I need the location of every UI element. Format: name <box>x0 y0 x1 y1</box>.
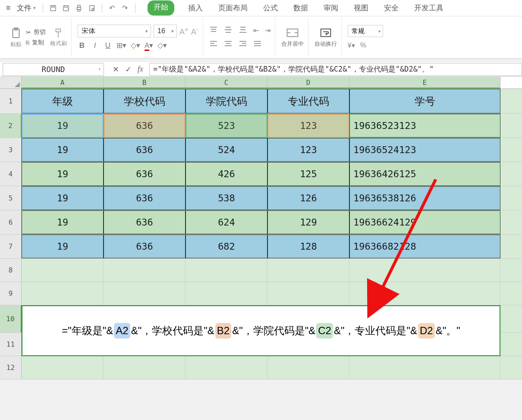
saveas-icon[interactable] <box>61 3 71 13</box>
cell[interactable] <box>267 259 349 282</box>
number-format-select[interactable]: 常规 <box>348 25 383 37</box>
cell[interactable]: 636 <box>104 138 186 162</box>
row-header[interactable]: 6 <box>0 210 22 234</box>
italic-button[interactable]: I <box>91 41 99 50</box>
cell[interactable] <box>267 356 349 379</box>
copy-button[interactable]: ⎘复制 <box>26 39 46 47</box>
select-all-corner[interactable] <box>0 77 22 88</box>
cell[interactable]: 636 <box>104 162 186 186</box>
currency-icon[interactable]: ¥▾ <box>348 41 355 50</box>
indent-increase-icon[interactable]: ⇥ <box>265 26 270 35</box>
tab-layout[interactable]: 页面布局 <box>217 0 249 16</box>
cell[interactable] <box>104 356 186 379</box>
row-header[interactable]: 12 <box>0 356 22 379</box>
indent-decrease-icon[interactable]: ⇤ <box>253 26 259 35</box>
align-right-icon[interactable] <box>239 40 247 49</box>
cell[interactable]: 学号 <box>349 89 500 113</box>
cell[interactable]: 123 <box>267 138 349 162</box>
col-header-A[interactable]: A <box>22 77 104 88</box>
file-menu[interactable]: 文件 ▾ <box>13 1 39 15</box>
row-header[interactable]: 7 <box>0 235 22 258</box>
cell[interactable]: 524 <box>186 138 267 162</box>
col-header-E[interactable]: E <box>349 77 500 88</box>
row-header[interactable]: 11 <box>0 333 22 356</box>
cell[interactable]: 19636682128 <box>349 235 500 258</box>
cell[interactable]: 523 <box>186 114 267 138</box>
cell[interactable]: 19 <box>22 186 104 210</box>
print-icon[interactable] <box>74 3 84 13</box>
cell[interactable]: 学院代码 <box>186 89 267 113</box>
row-header[interactable]: 10 <box>0 305 22 332</box>
font-size-select[interactable]: 16 <box>154 25 177 38</box>
cell[interactable]: 19 <box>22 210 104 234</box>
cell[interactable] <box>186 259 267 282</box>
align-center-icon[interactable] <box>224 40 233 49</box>
cell[interactable]: 538 <box>186 186 267 210</box>
cell[interactable] <box>104 282 186 305</box>
clear-format-button[interactable]: ◇▾ <box>157 41 167 50</box>
fx-icon[interactable]: fx <box>138 65 143 74</box>
cell[interactable]: 636 <box>104 114 186 138</box>
redo-icon[interactable]: ↷ <box>120 3 130 13</box>
cell[interactable] <box>349 282 500 305</box>
cell[interactable] <box>349 356 500 379</box>
undo-icon[interactable]: ↶ <box>107 3 117 13</box>
percent-icon[interactable]: % <box>360 41 366 50</box>
accept-formula-icon[interactable]: ✓ <box>125 65 132 74</box>
cell[interactable]: 19636524123 <box>349 138 500 162</box>
tab-view[interactable]: 视图 <box>352 0 370 16</box>
tab-review[interactable]: 审阅 <box>322 0 340 16</box>
tab-insert[interactable]: 插入 <box>186 0 204 16</box>
cut-button[interactable]: ✂剪切 <box>26 28 46 36</box>
cell[interactable]: 19636523123 <box>349 114 500 138</box>
tab-data[interactable]: 数据 <box>292 0 310 16</box>
cancel-formula-icon[interactable]: ✕ <box>113 65 119 74</box>
cell[interactable]: 636 <box>104 186 186 210</box>
row-header[interactable]: 5 <box>0 186 22 210</box>
row-header[interactable]: 1 <box>0 89 22 113</box>
name-box[interactable]: ROUND <box>3 63 104 76</box>
cell[interactable]: 125 <box>267 162 349 186</box>
wrap-text-button[interactable]: 自动换行 <box>314 27 337 48</box>
decrease-font-icon[interactable]: A- <box>191 25 198 37</box>
tab-start[interactable]: 开始 <box>148 0 174 16</box>
bold-button[interactable]: B <box>78 41 86 50</box>
cell[interactable]: 19636426125 <box>349 162 500 186</box>
cell[interactable]: 123 <box>267 114 349 138</box>
align-bottom-icon[interactable] <box>239 26 247 35</box>
cell[interactable]: 624 <box>186 210 267 234</box>
cell[interactable]: 专业代码 <box>267 89 349 113</box>
cell[interactable] <box>22 259 104 282</box>
cell[interactable]: 636 <box>104 210 186 234</box>
cell[interactable]: 636 <box>104 235 186 258</box>
cell[interactable]: 426 <box>186 162 267 186</box>
row-header[interactable]: 2 <box>0 114 22 138</box>
font-color-button[interactable]: A▾ <box>145 41 153 50</box>
print-preview-icon[interactable] <box>87 3 97 13</box>
justify-icon[interactable] <box>253 40 262 49</box>
cell[interactable] <box>104 259 186 282</box>
cell[interactable] <box>22 356 104 379</box>
cell[interactable]: 126 <box>267 186 349 210</box>
cell[interactable]: 19 <box>22 114 104 138</box>
paste-button[interactable]: 粘贴 <box>9 27 22 48</box>
formula-input[interactable]: ="年级是"&A2&"，学校代码是"&B2&"，学院代码是"&C2&"，专业代码… <box>149 63 522 76</box>
tab-formula[interactable]: 公式 <box>261 0 280 16</box>
cell[interactable] <box>22 282 104 305</box>
increase-font-icon[interactable]: A+ <box>179 25 189 37</box>
cell[interactable]: 129 <box>267 210 349 234</box>
cell[interactable]: 学校代码 <box>104 89 186 113</box>
cell[interactable]: 19636624129 <box>349 210 500 234</box>
align-middle-icon[interactable] <box>224 26 233 35</box>
align-top-icon[interactable] <box>209 26 218 35</box>
cell[interactable] <box>267 282 349 305</box>
row-header[interactable]: 4 <box>0 162 22 186</box>
fill-color-button[interactable]: ◇▾ <box>131 41 140 50</box>
cell[interactable] <box>186 282 267 305</box>
cell[interactable]: 682 <box>186 235 267 258</box>
tab-security[interactable]: 安全 <box>382 0 400 16</box>
cell[interactable]: 年级 <box>22 89 104 113</box>
save-icon[interactable] <box>48 3 58 13</box>
cell[interactable] <box>186 356 267 379</box>
menu-icon[interactable]: ≡ <box>3 2 13 14</box>
